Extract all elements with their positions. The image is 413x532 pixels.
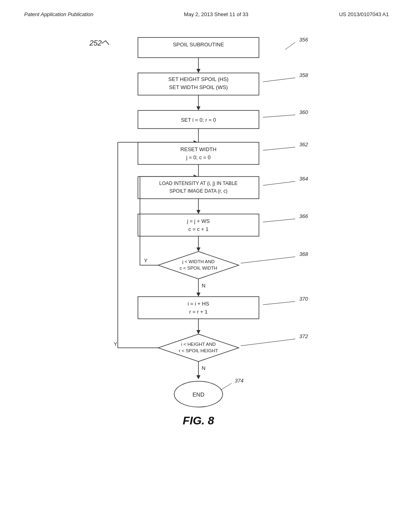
label-360: 360 — [299, 109, 308, 115]
block-362-rect — [138, 142, 259, 164]
block-370-rect — [138, 297, 259, 319]
n-label-372: N — [202, 365, 205, 371]
block-366-text2: c = c + 1 — [188, 226, 209, 232]
page-header: Patent Application Publication May 2, 20… — [0, 0, 413, 21]
label-366: 366 — [299, 213, 308, 219]
label-368: 368 — [299, 251, 308, 257]
block-374-text: END — [192, 391, 204, 398]
inner-y-label: Y — [144, 258, 148, 264]
block-362-text1: RESET WIDTH — [180, 146, 216, 152]
label-372: 372 — [299, 333, 308, 339]
block-368-diamond — [158, 251, 239, 279]
header-center: May 2, 2013 Sheet 11 of 33 — [184, 11, 248, 17]
label-358-line — [263, 78, 295, 82]
arrow-370-372-head — [196, 330, 200, 334]
label-374: 374 — [235, 378, 244, 384]
flowchart-svg: 252 SPOIL SUBROUTINE 356 SET HEIGHT SPOI… — [65, 29, 348, 473]
diagram-area: 252 SPOIL SUBROUTINE 356 SET HEIGHT SPOI… — [0, 21, 413, 481]
label-366-line — [263, 219, 295, 222]
fig-label: FIG. 8 — [183, 414, 214, 427]
label-356: 356 — [299, 37, 308, 43]
block-364-rect — [138, 177, 259, 199]
label-356-line — [285, 42, 295, 50]
label-364: 364 — [299, 176, 308, 182]
label-358: 358 — [299, 72, 308, 78]
arrow-358-360-head — [196, 106, 200, 110]
block-360-text: SET i = 0; r = 0 — [181, 117, 216, 123]
block-362-text2: j = 0; c = 0 — [186, 154, 211, 160]
block-364-text1: LOAD INTENSITY AT (i, j) IN TABLE — [159, 181, 238, 186]
block-366-rect — [138, 214, 259, 236]
arrow-372-374-head — [196, 375, 200, 379]
label-370: 370 — [299, 296, 308, 302]
arrow-368-370-head — [196, 293, 200, 297]
label-364-line — [263, 181, 295, 185]
arrow-356-358-head — [196, 69, 200, 73]
block-364-text2: SPOILT IMAGE DATA (r, c) — [169, 188, 227, 194]
block-356-text1: SPOIL SUBROUTINE — [173, 42, 224, 48]
block-358-text2: SET WIDTH SPOIL (WS) — [169, 84, 228, 90]
label-362: 362 — [299, 141, 308, 148]
block-366-text1: j = j + WS — [187, 218, 210, 224]
label-370-line — [263, 301, 295, 305]
label-374-line — [221, 383, 232, 390]
block-370-text1: i = i + HS — [188, 301, 209, 307]
block-358-text1: SET HEIGHT SPOIL (HS) — [168, 76, 228, 82]
fig-252-label: 252 — [89, 39, 102, 47]
block-370-text2: r = r + 1 — [189, 309, 208, 315]
label-368-line — [241, 257, 295, 263]
outer-y-label: Y — [114, 341, 117, 347]
fig-252-arrow — [102, 41, 109, 45]
block-368-text1: j < WIDTH AND — [182, 259, 215, 264]
block-372-diamond — [158, 334, 239, 362]
header-right: US 2013/0107043 A1 — [339, 11, 389, 17]
block-372-text2: r < SPOIL HEIGHT — [179, 348, 218, 353]
block-368-text2: c < SPOIL WIDTH — [179, 266, 217, 270]
block-372-text1: i < HEIGHT AND — [181, 342, 216, 347]
label-362-line — [263, 147, 295, 150]
n-label-368: N — [202, 283, 205, 289]
label-360-line — [263, 115, 295, 117]
header-left: Patent Application Publication — [24, 11, 94, 17]
label-372-line — [241, 339, 295, 346]
arrow-366-368-head — [196, 247, 200, 251]
block-356-rect — [138, 37, 259, 58]
arrow-364-366-head — [196, 210, 200, 214]
